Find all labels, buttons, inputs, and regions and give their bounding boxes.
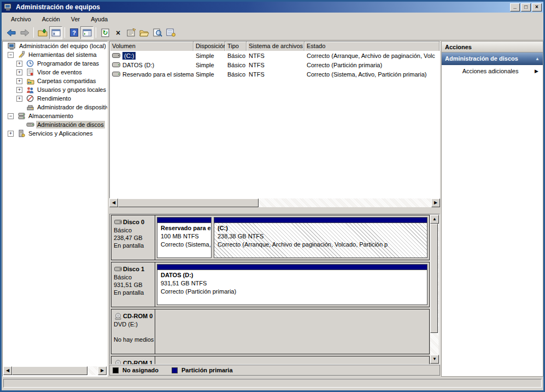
help-button[interactable]: ? bbox=[67, 26, 80, 39]
primary-partition-band bbox=[157, 218, 211, 223]
computer-icon bbox=[8, 42, 16, 50]
cdrom-row-0: CD-ROM 0 DVD (E:) No hay medios bbox=[111, 309, 430, 354]
actions-item-additional[interactable]: Acciones adicionales ▶ bbox=[442, 65, 543, 77]
close-button[interactable]: × bbox=[532, 3, 542, 11]
cdrom-icon bbox=[114, 359, 122, 364]
refresh-button[interactable]: ↻ bbox=[98, 26, 112, 39]
users-icon bbox=[26, 85, 34, 94]
column-header-estado[interactable]: Estado bbox=[304, 42, 439, 51]
show-console-tree-button[interactable] bbox=[49, 26, 62, 39]
expand-box-icon[interactable]: + bbox=[16, 69, 22, 75]
tree-item-local-users-groups[interactable]: + Usuarios y grupos locales bbox=[3, 85, 107, 94]
disk-row-0: Disco 0 Básico 238,47 GB En pantalla Res… bbox=[111, 215, 430, 260]
delete-button[interactable]: × bbox=[112, 26, 125, 39]
performance-icon bbox=[26, 94, 34, 103]
tree-item-system-tools[interactable]: − Herramientas del sistema bbox=[3, 50, 107, 59]
column-header-disposicion[interactable]: Disposición bbox=[194, 42, 225, 51]
disk-graphical-view: Disco 0 Básico 238,47 GB En pantalla Res… bbox=[109, 214, 440, 365]
scroll-left-icon[interactable]: ◀ bbox=[109, 198, 118, 207]
scroll-track[interactable] bbox=[430, 224, 439, 355]
tree-item-disk-management[interactable]: Administración de discos bbox=[3, 120, 107, 129]
svg-text:↻: ↻ bbox=[102, 29, 108, 37]
cdrom-row-1: CD-ROM 1 bbox=[111, 356, 430, 364]
open-folder-icon bbox=[139, 29, 149, 37]
scroll-track[interactable] bbox=[259, 198, 431, 207]
disk-icon bbox=[114, 265, 122, 273]
disk0-label-box[interactable]: Disco 0 Básico 238,47 GB En pantalla bbox=[112, 215, 155, 260]
properties-icon bbox=[127, 28, 136, 37]
expand-box-icon[interactable]: + bbox=[16, 96, 22, 102]
disk-management-pane: Volumen Disposición Tipo Sistema de arch… bbox=[109, 41, 440, 377]
tree-item-shared-folders[interactable]: + Carpetas compartidas bbox=[3, 77, 107, 85]
scroll-up-icon[interactable]: ▲ bbox=[430, 215, 439, 224]
properties-button[interactable] bbox=[125, 26, 138, 39]
back-button[interactable] bbox=[5, 26, 18, 39]
collapse-chevron-icon[interactable]: ▲ bbox=[535, 56, 540, 61]
tree-horizontal-scrollbar[interactable]: ◀ ▶ bbox=[3, 366, 107, 376]
scroll-thumb[interactable] bbox=[12, 366, 87, 375]
expand-box-icon[interactable]: + bbox=[16, 78, 22, 84]
primary-partition-band bbox=[214, 218, 427, 223]
actions-group-disk-management[interactable]: Administración de discos ▲ bbox=[442, 52, 543, 65]
console-tree-icon bbox=[51, 29, 61, 37]
title-bar[interactable]: Administración de equipos _ □ × bbox=[2, 2, 543, 13]
toolbar-separator bbox=[65, 27, 65, 38]
volume-row-reservado[interactable]: Reservado para el sistema Simple Básico … bbox=[110, 69, 439, 79]
tree-item-storage[interactable]: − Almacenamiento bbox=[3, 112, 107, 120]
tree-item-event-viewer[interactable]: + Visor de eventos bbox=[3, 68, 107, 77]
collapse-box-icon[interactable]: − bbox=[8, 52, 14, 58]
forward-button[interactable] bbox=[18, 26, 31, 39]
partition-datos[interactable]: DATOS (D:) 931,51 GB NTFS Correcto (Part… bbox=[157, 264, 427, 305]
status-bar-inset bbox=[3, 379, 542, 388]
column-header-sistema[interactable]: Sistema de archivos bbox=[247, 42, 304, 51]
scroll-down-icon[interactable]: ▼ bbox=[430, 355, 439, 364]
scroll-right-icon[interactable]: ▶ bbox=[98, 366, 107, 375]
volume-horizontal-scrollbar[interactable]: ◀ ▶ bbox=[109, 198, 440, 208]
disk-row-1: Disco 1 Básico 931,51 GB En pantalla DAT… bbox=[111, 262, 430, 307]
scroll-right-icon[interactable]: ▶ bbox=[431, 198, 440, 207]
cdrom1-label-box[interactable]: CD-ROM 1 bbox=[112, 356, 155, 364]
expand-box-icon[interactable]: + bbox=[8, 131, 14, 137]
column-header-tipo[interactable]: Tipo bbox=[225, 42, 247, 51]
show-action-pane-button[interactable] bbox=[80, 26, 93, 39]
scroll-thumb[interactable] bbox=[118, 198, 259, 207]
scroll-left-icon[interactable]: ◀ bbox=[3, 366, 12, 375]
open-folder-button[interactable] bbox=[138, 26, 151, 39]
disk-vertical-scrollbar[interactable]: ▲ ▼ bbox=[430, 215, 439, 364]
drive-icon bbox=[112, 52, 120, 59]
tree-item-services-applications[interactable]: + Servicios y Aplicaciones bbox=[3, 129, 107, 138]
actions-header: Acciones bbox=[442, 42, 543, 52]
partition-reservado[interactable]: Reservado para e 100 MB NTFS Correcto (S… bbox=[157, 217, 212, 258]
device-manager-icon bbox=[26, 103, 34, 112]
export-list-button[interactable] bbox=[164, 26, 177, 39]
svg-text:?: ? bbox=[72, 30, 76, 36]
tree-item-performance[interactable]: + Rendimiento bbox=[3, 94, 107, 103]
scroll-thumb[interactable] bbox=[430, 224, 438, 333]
volume-row-datos[interactable]: DATOS (D:) Simple Básico NTFS Correcto (… bbox=[110, 60, 439, 69]
partition-c-selected[interactable]: (C:) 238,38 GB NTFS Correcto (Arranque, … bbox=[214, 217, 427, 258]
menu-ayuda[interactable]: Ayuda bbox=[85, 14, 113, 25]
up-level-button[interactable] bbox=[36, 26, 49, 39]
tree-item-computer-management[interactable]: Administración del equipo (local) bbox=[3, 42, 107, 50]
expand-box-icon[interactable]: + bbox=[16, 87, 22, 93]
event-viewer-icon bbox=[26, 68, 34, 77]
tree-item-task-scheduler[interactable]: + Programador de tareas bbox=[3, 59, 107, 68]
volume-row-c[interactable]: (C:) Simple Básico NTFS Correcto (Arranq… bbox=[110, 51, 439, 60]
drive-icon bbox=[112, 71, 120, 78]
maximize-button[interactable]: □ bbox=[521, 3, 531, 11]
cdrom0-label-box[interactable]: CD-ROM 0 DVD (E:) No hay medios bbox=[112, 309, 155, 354]
console-tree-panel: Administración del equipo (local) − Herr… bbox=[2, 41, 108, 377]
expand-box-icon[interactable]: + bbox=[16, 61, 22, 67]
scroll-track[interactable] bbox=[87, 366, 98, 375]
disk1-label-box[interactable]: Disco 1 Básico 931,51 GB En pantalla bbox=[112, 262, 155, 307]
tree-item-device-manager[interactable]: Administrador de dispositiv bbox=[3, 103, 107, 112]
menu-ver[interactable]: Ver bbox=[66, 14, 86, 25]
find-button[interactable] bbox=[151, 26, 164, 39]
column-header-volumen[interactable]: Volumen bbox=[110, 42, 194, 51]
collapse-box-icon[interactable]: − bbox=[8, 113, 14, 119]
cdrom-icon bbox=[114, 312, 122, 320]
minimize-button[interactable]: _ bbox=[510, 3, 520, 11]
system-tools-icon bbox=[17, 50, 26, 59]
menu-archivo[interactable]: Archivo bbox=[5, 14, 37, 25]
menu-accion[interactable]: Acción bbox=[37, 14, 66, 25]
